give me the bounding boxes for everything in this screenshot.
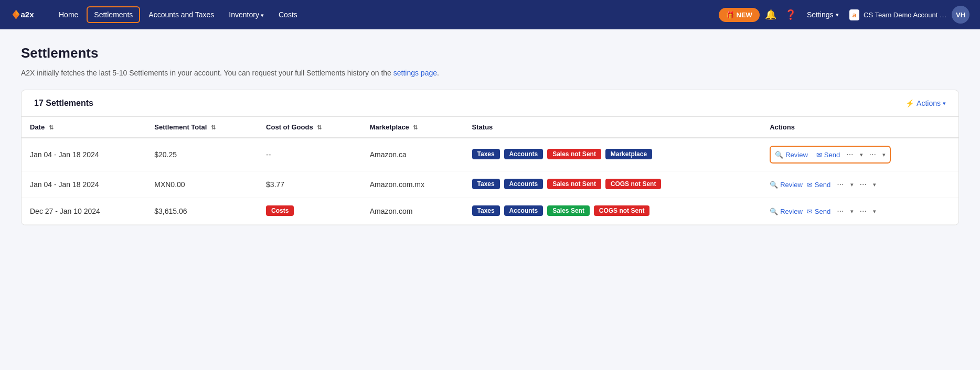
settlement-total-cell: $20.25 bbox=[146, 138, 258, 171]
cost-of-goods-cell: Costs bbox=[258, 198, 361, 225]
page-content: Settlements A2X initially fetches the la… bbox=[0, 29, 980, 241]
marketplace-cell: Amazon.com bbox=[361, 198, 464, 225]
settings-page-link[interactable]: settings page bbox=[393, 69, 437, 77]
send-link[interactable]: ✉ Send bbox=[807, 181, 830, 189]
more-chevron-icon[interactable]: ▾ bbox=[850, 181, 854, 188]
date-sort-icon: ⇅ bbox=[49, 124, 54, 131]
new-button[interactable]: 🎁 NEW bbox=[719, 8, 760, 22]
svg-marker-1 bbox=[16, 10, 20, 15]
logo[interactable]: a2x bbox=[10, 6, 42, 23]
nav-accounts-taxes[interactable]: Accounts and Taxes bbox=[142, 6, 220, 23]
col-actions: Actions bbox=[761, 117, 958, 138]
panel-title: 17 Settlements bbox=[34, 99, 93, 108]
row-actions: 🔍 Review ✉ Send ··· ▾ ··· ▾ bbox=[770, 205, 950, 217]
more-chevron-icon[interactable]: ▾ bbox=[860, 151, 863, 158]
panel-actions-button[interactable]: ⚡ Actions ▾ bbox=[906, 99, 946, 107]
notifications-button[interactable]: 🔔 bbox=[762, 6, 780, 24]
status-badge: COGS not Sent bbox=[605, 179, 662, 189]
more-actions-dots-2[interactable]: ··· bbox=[858, 205, 869, 217]
nav-settlements[interactable]: Settlements bbox=[87, 6, 140, 23]
status-badge: Taxes bbox=[472, 205, 500, 216]
col-status: Status bbox=[464, 117, 762, 138]
status-badge: COGS not Sent bbox=[594, 205, 650, 216]
status-badge: Sales not Sent bbox=[547, 179, 601, 189]
lightning-icon: ⚡ bbox=[906, 99, 914, 107]
settlements-panel: 17 Settlements ⚡ Actions ▾ Date ⇅ Settle… bbox=[21, 90, 959, 225]
col-marketplace[interactable]: Marketplace ⇅ bbox=[361, 117, 464, 138]
status-badge: Taxes bbox=[472, 149, 500, 159]
status-badge: Accounts bbox=[504, 149, 544, 159]
settings-button[interactable]: Settings ▾ bbox=[802, 7, 844, 22]
review-icon: 🔍 bbox=[775, 151, 783, 159]
actions-highlight-box: 🔍 Review ✉ Send ··· ▾ ··· ▾ bbox=[770, 146, 891, 164]
status-badge: Marketplace bbox=[605, 149, 652, 159]
cost-of-goods-cell: $3.77 bbox=[258, 171, 361, 198]
review-link[interactable]: 🔍 Review bbox=[770, 208, 803, 215]
status-badge: Sales Sent bbox=[547, 205, 590, 216]
settings-chevron-icon: ▾ bbox=[836, 12, 839, 18]
status-badge: Accounts bbox=[504, 179, 544, 189]
actions-chevron-icon: ▾ bbox=[943, 100, 946, 107]
date-cell: Jan 04 - Jan 18 2024 bbox=[22, 138, 146, 171]
date-cell: Jan 04 - Jan 18 2024 bbox=[22, 171, 146, 198]
page-title: Settlements bbox=[21, 45, 959, 61]
actions-cell: 🔍 Review ✉ Send ··· ▾ ··· ▾ bbox=[761, 138, 958, 171]
col-date[interactable]: Date ⇅ bbox=[22, 117, 146, 138]
row-actions: 🔍 Review ✉ Send ··· ▾ ··· ▾ bbox=[770, 179, 950, 190]
help-button[interactable]: ❓ bbox=[782, 6, 800, 24]
review-icon: 🔍 bbox=[770, 181, 778, 189]
cost-of-goods-sort-icon: ⇅ bbox=[317, 124, 322, 131]
settlement-total-sort-icon: ⇅ bbox=[211, 124, 216, 131]
send-icon: ✉ bbox=[807, 208, 813, 215]
marketplace-cell: Amazon.ca bbox=[361, 138, 464, 171]
status-badge: Accounts bbox=[504, 205, 544, 216]
more-chevron-icon-2[interactable]: ▾ bbox=[873, 208, 876, 215]
costs-badge: Costs bbox=[266, 205, 294, 216]
page-subtitle: A2X initially fetches the last 5-10 Sett… bbox=[21, 69, 959, 77]
marketplace-cell: Amazon.com.mx bbox=[361, 171, 464, 198]
navbar: a2x Home Settlements Accounts and Taxes … bbox=[0, 0, 980, 29]
review-link[interactable]: 🔍 Review bbox=[770, 181, 803, 189]
status-cell: Taxes Accounts Sales not Sent Marketplac… bbox=[464, 138, 762, 171]
table-row: Jan 04 - Jan 18 2024 $20.25 -- Amazon.ca… bbox=[22, 138, 958, 171]
send-link[interactable]: ✉ Send bbox=[807, 208, 830, 215]
table-row: Dec 27 - Jan 10 2024 $3,615.06 Costs Ama… bbox=[22, 198, 958, 225]
status-badge: Sales not Sent bbox=[547, 149, 601, 159]
status-badge: Taxes bbox=[472, 179, 500, 189]
settlement-total-cell: MXN0.00 bbox=[146, 171, 258, 198]
more-actions-dots[interactable]: ··· bbox=[835, 205, 846, 217]
send-icon: ✉ bbox=[816, 151, 822, 159]
amazon-icon-badge: a bbox=[849, 9, 860, 20]
actions-cell: 🔍 Review ✉ Send ··· ▾ ··· ▾ bbox=[761, 198, 958, 225]
date-cell: Dec 27 - Jan 10 2024 bbox=[22, 198, 146, 225]
more-actions-dots-2[interactable]: ··· bbox=[867, 149, 878, 160]
send-link[interactable]: ✉ Send bbox=[816, 151, 840, 159]
status-cell: Taxes Accounts Sales Sent COGS not Sent bbox=[464, 198, 762, 225]
status-cell: Taxes Accounts Sales not Sent COGS not S… bbox=[464, 171, 762, 198]
settlement-total-cell: $3,615.06 bbox=[146, 198, 258, 225]
review-icon: 🔍 bbox=[770, 208, 778, 215]
panel-header: 17 Settlements ⚡ Actions ▾ bbox=[22, 90, 958, 117]
col-cost-of-goods[interactable]: Cost of Goods ⇅ bbox=[258, 117, 361, 138]
nav-inventory[interactable]: Inventory bbox=[222, 6, 270, 23]
more-chevron-icon-2[interactable]: ▾ bbox=[873, 181, 876, 188]
more-actions-dots-2[interactable]: ··· bbox=[858, 179, 869, 190]
send-icon: ✉ bbox=[807, 181, 813, 189]
more-chevron-icon[interactable]: ▾ bbox=[850, 208, 854, 215]
nav-home[interactable]: Home bbox=[52, 6, 84, 23]
account-label: CS Team Demo Account | QB US | Amaz... bbox=[864, 11, 947, 19]
col-settlement-total[interactable]: Settlement Total ⇅ bbox=[146, 117, 258, 138]
avatar[interactable]: VH bbox=[952, 6, 970, 24]
more-chevron-icon-2[interactable]: ▾ bbox=[882, 151, 886, 158]
table-row: Jan 04 - Jan 18 2024 MXN0.00 $3.77 Amazo… bbox=[22, 171, 958, 198]
more-actions-dots[interactable]: ··· bbox=[835, 179, 846, 190]
marketplace-sort-icon: ⇅ bbox=[413, 124, 418, 131]
table-header-row: Date ⇅ Settlement Total ⇅ Cost of Goods … bbox=[22, 117, 958, 138]
review-link[interactable]: 🔍 Review bbox=[775, 151, 808, 159]
more-actions-dots[interactable]: ··· bbox=[844, 149, 855, 160]
nav-costs[interactable]: Costs bbox=[272, 6, 304, 23]
cost-of-goods-cell: -- bbox=[258, 138, 361, 171]
svg-text:a2x: a2x bbox=[21, 10, 35, 19]
settings-label: Settings bbox=[807, 10, 834, 19]
actions-cell: 🔍 Review ✉ Send ··· ▾ ··· ▾ bbox=[761, 171, 958, 198]
